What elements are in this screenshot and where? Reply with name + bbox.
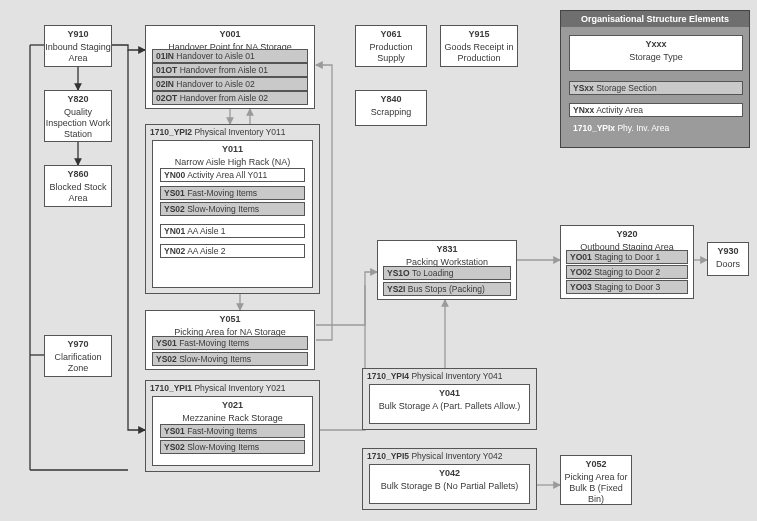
y920-line: YO03 Staging to Door 3: [566, 280, 688, 294]
y920-line: YO02 Staging to Door 2: [566, 265, 688, 279]
legend-header: Organisational Structure Elements: [561, 11, 749, 27]
y011-line: YN00 Activity Area All Y011: [160, 168, 305, 182]
y001-line: 01OT Handover from Aisle 01: [152, 63, 308, 77]
y860-code: Y860: [67, 169, 88, 179]
legend-activity-area: YNxx Activity Area: [569, 103, 743, 117]
y831-line: YS1O To Loading: [383, 266, 511, 280]
node-y820: Y820 Quality Inspection Work Station: [44, 90, 112, 142]
node-y052: Y052 Picking Area for Bulk B (Fixed Bin): [560, 455, 632, 505]
y970-code: Y970: [67, 339, 88, 349]
y011-line: YN02 AA Aisle 2: [160, 244, 305, 258]
node-y970: Y970 Clarification Zone: [44, 335, 112, 377]
node-y840: Y840 Scrapping: [355, 90, 427, 126]
node-y910: Y910 Inbound Staging Area: [44, 25, 112, 67]
y820-label: Quality Inspection Work Station: [45, 107, 111, 140]
y051-line: YS02 Slow-Moving Items: [152, 352, 308, 366]
y860-label: Blocked Stock Area: [45, 182, 111, 204]
y001-line: 02IN Handover to Aisle 02: [152, 77, 308, 91]
legend-storage-section: YSxx Storage Section: [569, 81, 743, 95]
y021-line: YS02 Slow-Moving Items: [160, 440, 305, 454]
node-y860: Y860 Blocked Stock Area: [44, 165, 112, 207]
y001-code: Y001: [219, 29, 240, 39]
y820-code: Y820: [67, 94, 88, 104]
node-y915: Y915 Goods Receipt in Production: [440, 25, 518, 67]
ypi4-title: 1710_YPI4 Physical Inventory Y041: [367, 371, 503, 381]
y910-label: Inbound Staging Area: [45, 42, 111, 64]
y001-line: 02OT Handover from Aisle 02: [152, 91, 308, 105]
y051-line: YS01 Fast-Moving Items: [152, 336, 308, 350]
node-y061: Y061 Production Supply: [355, 25, 427, 67]
legend: Organisational Structure Elements Yxxx S…: [560, 10, 750, 148]
ypi1-title: 1710_YPI1 Physical Inventory Y021: [150, 383, 286, 393]
y970-label: Clarification Zone: [45, 352, 111, 374]
y920-line: YO01 Staging to Door 1: [566, 250, 688, 264]
y011-line: YS01 Fast-Moving Items: [160, 186, 305, 200]
y910-code: Y910: [67, 29, 88, 39]
y021-line: YS01 Fast-Moving Items: [160, 424, 305, 438]
ypi2-title: 1710_YPI2 Physical Inventory Y011: [150, 127, 286, 137]
node-y930: Y930 Doors: [707, 242, 749, 276]
node-y041: Y041 Bulk Storage A (Part. Pallets Allow…: [369, 384, 530, 424]
y001-line: 01IN Handover to Aisle 01: [152, 49, 308, 63]
y831-line: YS2I Bus Stops (Packing): [383, 282, 511, 296]
ypi5-title: 1710_YPI5 Physical Inventory Y042: [367, 451, 503, 461]
y011-line: YN01 AA Aisle 1: [160, 224, 305, 238]
legend-phy-inv: 1710_YPIx Phy. Inv. Area: [573, 123, 669, 133]
node-y042: Y042 Bulk Storage B (No Partial Pallets): [369, 464, 530, 504]
y011-line: YS02 Slow-Moving Items: [160, 202, 305, 216]
legend-storage-type: Yxxx Storage Type: [569, 35, 743, 71]
